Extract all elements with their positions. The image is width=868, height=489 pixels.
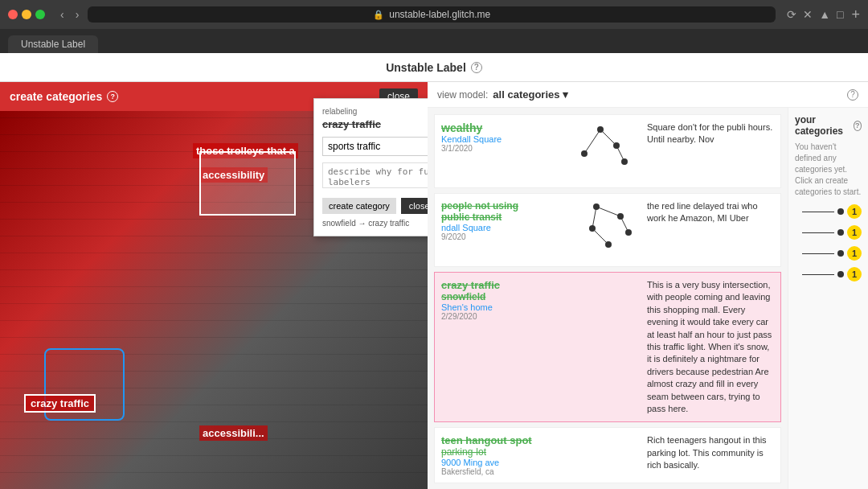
relabeling-close-button[interactable]: close bbox=[401, 198, 428, 214]
left-panel-title: create categories ? bbox=[10, 90, 118, 103]
card-location: Shen's home bbox=[441, 302, 546, 312]
card-main-label: people not using public transit bbox=[441, 200, 546, 223]
badge-row-3: 1 bbox=[795, 246, 862, 261]
category-dot-1 bbox=[837, 208, 844, 215]
badge-row-2: 1 bbox=[795, 225, 862, 240]
relabeling-actions: create category close bbox=[322, 198, 428, 214]
card-description: Square don't for the publi hours. Until … bbox=[647, 121, 774, 181]
accessibility-annotation-2: accessibili... bbox=[199, 425, 268, 441]
maximize-traffic-light[interactable] bbox=[35, 10, 45, 19]
card-main-label: wealthy bbox=[441, 121, 546, 134]
view-model-select[interactable]: all categories ▾ bbox=[493, 88, 568, 101]
card-date: 2/29/2020 bbox=[441, 312, 546, 321]
badge-row-1: 1 bbox=[795, 204, 862, 219]
card-date: 9/2020 bbox=[441, 232, 546, 241]
category-line-4 bbox=[802, 274, 834, 275]
right-panel-help-icon[interactable]: ? bbox=[847, 89, 858, 101]
card-description: Rich teenagers hangout in this parking l… bbox=[647, 434, 774, 476]
relabeling-input-row: ? bbox=[322, 137, 428, 156]
card-location: ndall Square bbox=[441, 223, 546, 232]
badge-2: 1 bbox=[847, 225, 862, 240]
svg-line-12 bbox=[596, 207, 620, 216]
browser-actions: ⟳ ✕ ▲ □ bbox=[787, 8, 843, 21]
your-categories-panel: your categories ? You haven't defined an… bbox=[788, 108, 868, 489]
card-description: This is a very busy intersection, with p… bbox=[647, 279, 774, 415]
close-traffic-light[interactable] bbox=[8, 10, 18, 19]
new-tab-button[interactable]: + bbox=[851, 6, 860, 23]
badge-1: 1 bbox=[847, 204, 862, 219]
forward-button[interactable]: › bbox=[72, 6, 84, 23]
card-crazy-traffic-label: crazy traffic bbox=[441, 279, 546, 291]
svg-line-4 bbox=[600, 129, 616, 146]
card-label-col: wealthy Kendall Square 3/1/2020 bbox=[441, 121, 546, 181]
card-graph bbox=[552, 121, 641, 181]
relabeling-input[interactable] bbox=[322, 137, 428, 156]
crazy-traffic-annotation: crazy traffic bbox=[24, 394, 96, 413]
app-title: Unstable Label bbox=[386, 61, 466, 74]
svg-line-14 bbox=[592, 207, 596, 228]
relabeling-original-text: crazy traffic bbox=[322, 118, 428, 130]
category-dot-3 bbox=[837, 250, 844, 257]
right-panel-header: view model: all categories ▾ ? bbox=[428, 82, 868, 108]
app-header: Unstable Label ? bbox=[0, 53, 868, 82]
card-date: Bakersfield, ca bbox=[441, 467, 546, 476]
left-panel: create categories ? close those trolleys… bbox=[0, 82, 428, 489]
right-panel-body: wealthy Kendall Square 3/1/2020 bbox=[428, 108, 868, 489]
active-tab[interactable]: Unstable Label bbox=[8, 35, 98, 53]
minimize-traffic-light[interactable] bbox=[22, 10, 31, 19]
card-graph bbox=[552, 279, 641, 415]
share-button[interactable]: ▲ bbox=[819, 8, 830, 21]
card-crazy-traffic: crazy traffic snowfield Shen's home 2/29… bbox=[434, 272, 781, 422]
card-teen-hangout: teen hangout spot parking-lot 9000 Ming … bbox=[434, 427, 781, 483]
category-dot-4 bbox=[837, 271, 844, 277]
card-sub-label: parking-lot bbox=[441, 446, 546, 458]
address-bar[interactable]: 🔒 unstable-label.glitch.me bbox=[88, 6, 776, 23]
card-snowfield-label: snowfield bbox=[441, 291, 546, 302]
cancel-button[interactable]: ✕ bbox=[803, 8, 813, 21]
graph-svg-2 bbox=[552, 200, 641, 257]
browser-chrome: ‹ › 🔒 unstable-label.glitch.me ⟳ ✕ ▲ □ +… bbox=[0, 0, 868, 53]
create-categories-label: create categories bbox=[10, 90, 102, 103]
card-location: Kendall Square bbox=[441, 134, 546, 144]
relabeling-footer-text: snowfield → crazy traffic bbox=[322, 219, 428, 228]
app-help-icon[interactable]: ? bbox=[471, 62, 482, 73]
your-categories-help-icon[interactable]: ? bbox=[854, 121, 862, 131]
card-graph bbox=[552, 434, 641, 476]
card-label-col: crazy traffic snowfield Shen's home 2/29… bbox=[441, 279, 546, 415]
card-description: the red line delayed trai who work he Am… bbox=[647, 200, 774, 260]
category-dot-2 bbox=[837, 229, 844, 236]
card-graph bbox=[552, 200, 641, 260]
your-categories-empty-text: You haven't defined any categories yet. … bbox=[795, 142, 862, 198]
card-date: 3/1/2020 bbox=[441, 144, 546, 153]
browser-tab-bar: Unstable Label bbox=[0, 29, 868, 53]
badge-4: 1 bbox=[847, 267, 862, 281]
card-wealthy: wealthy Kendall Square 3/1/2020 bbox=[434, 114, 781, 188]
left-panel-help-icon[interactable]: ? bbox=[107, 91, 118, 102]
relabeling-label: relabeling bbox=[322, 107, 428, 116]
svg-line-6 bbox=[584, 129, 600, 154]
main-layout: create categories ? close those trolleys… bbox=[0, 82, 868, 489]
svg-line-15 bbox=[592, 228, 608, 244]
create-category-button[interactable]: create category bbox=[322, 198, 396, 214]
category-line-1 bbox=[802, 212, 834, 212]
card-label-col: teen hangout spot parking-lot 9000 Ming … bbox=[441, 434, 546, 476]
card-transit: people not using public transit ndall Sq… bbox=[434, 193, 781, 267]
view-model-label: view model: bbox=[437, 89, 488, 101]
traffic-lights bbox=[8, 10, 45, 19]
svg-line-5 bbox=[616, 146, 624, 162]
relabeling-popup: relabeling crazy traffic ? create catego… bbox=[313, 98, 428, 236]
cards-area: wealthy Kendall Square 3/1/2020 bbox=[428, 108, 788, 489]
bookmark-button[interactable]: □ bbox=[837, 8, 843, 21]
reload-button[interactable]: ⟳ bbox=[787, 8, 796, 21]
browser-nav: ‹ › bbox=[56, 6, 83, 23]
relabeling-describe-textarea[interactable] bbox=[322, 162, 428, 188]
right-panel: view model: all categories ▾ ? wealthy K… bbox=[428, 82, 868, 489]
card-main-label: teen hangout spot bbox=[441, 434, 546, 446]
card-label-col: people not using public transit ndall Sq… bbox=[441, 200, 546, 260]
your-categories-title: your categories ? bbox=[795, 114, 862, 137]
svg-line-13 bbox=[620, 216, 628, 232]
category-line-3 bbox=[802, 253, 834, 254]
back-button[interactable]: ‹ bbox=[56, 6, 68, 23]
badge-row-4: 1 bbox=[795, 267, 862, 281]
category-line-2 bbox=[802, 232, 834, 233]
